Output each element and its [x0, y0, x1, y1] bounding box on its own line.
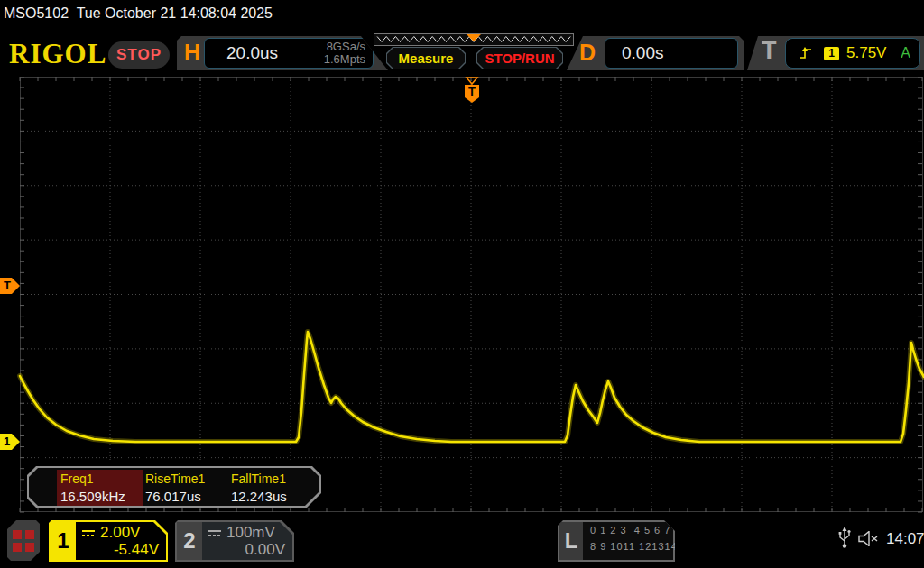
- memory-position-bar[interactable]: [374, 33, 574, 46]
- measure-button-label: Measure: [399, 50, 454, 66]
- horizontal-label: H: [184, 40, 200, 66]
- trigger-source-badge: 1: [824, 47, 839, 60]
- dc-coupling-icon: [81, 528, 96, 538]
- logic-channels-row2: 8 9 1011 12131415: [590, 541, 690, 552]
- dc-coupling-icon: [208, 528, 222, 538]
- usb-icon: [837, 527, 852, 550]
- channel2-block[interactable]: 2 100mV 0.00V: [175, 520, 294, 562]
- channel1-block[interactable]: 1 2.00V -5.44V: [49, 520, 168, 562]
- measurement-value-risetime1: 76.017us: [145, 489, 201, 504]
- sample-rate: 8GSa/s: [324, 41, 365, 53]
- trigger-level-value: 5.75V: [846, 44, 886, 62]
- logic-channels-block[interactable]: L 0 1 2 3 4 5 6 7 8 9 1011 12131415: [558, 520, 675, 562]
- delay-value: 0.00s: [605, 43, 663, 63]
- channel2-scale: 100mV: [226, 524, 275, 542]
- channel1-number-tab: 1: [51, 522, 76, 560]
- stop-run-button[interactable]: STOP/RUN: [476, 47, 563, 69]
- delay-block[interactable]: D 0.00s: [567, 36, 744, 70]
- channel1-offset: -5.44V: [114, 541, 159, 559]
- delay-label: D: [579, 40, 596, 66]
- channel2-offset: 0.00V: [245, 541, 285, 559]
- rigol-logo: RIGOL: [9, 38, 106, 70]
- measurement-label-freq1[interactable]: Freq1: [60, 472, 94, 486]
- speaker-muted-icon: [857, 531, 881, 546]
- measurement-panel[interactable]: Freq1 RiseTime1 FallTime1 16.509kHz 76.0…: [27, 466, 321, 508]
- measurement-label-falltime1[interactable]: FallTime1: [231, 472, 286, 486]
- memory-depth: 1.6Mpts: [324, 53, 365, 66]
- trigger-readout[interactable]: 1 5.75V A: [785, 38, 920, 69]
- stop-run-button-label: STOP/RUN: [485, 50, 554, 66]
- channel2-number-tab: 2: [177, 522, 202, 560]
- channel1-scale: 2.00V: [100, 524, 140, 542]
- logic-label-tab: L: [559, 522, 583, 560]
- logic-channels-row1: 0 1 2 3 4 5 6 7: [590, 525, 670, 536]
- run-state-indicator: STOP: [108, 41, 170, 69]
- measurement-value-falltime1: 12.243us: [231, 489, 287, 504]
- timebase-value: 20.0us: [205, 43, 278, 63]
- grid-menu-icon: [13, 530, 34, 552]
- trigger-block[interactable]: T 1 5.75V A: [747, 36, 924, 70]
- waveform-display[interactable]: [0, 77, 924, 514]
- clock: 14:07: [886, 530, 924, 548]
- measure-button[interactable]: Measure: [386, 47, 466, 69]
- delay-readout[interactable]: 0.00s: [605, 38, 738, 69]
- measurement-label-risetime1[interactable]: RiseTime1: [145, 472, 205, 486]
- horizontal-timebase-block[interactable]: H 20.0us 8GSa/s 1.6Mpts: [177, 36, 388, 70]
- timebase-readout[interactable]: 20.0us 8GSa/s 1.6Mpts: [204, 38, 374, 69]
- trigger-label: T: [762, 37, 777, 65]
- trigger-slope-icon: [799, 46, 813, 60]
- trigger-position-marker[interactable]: T: [462, 77, 482, 104]
- trigger-mode-auto: A: [901, 45, 910, 61]
- measurement-value-freq1: 16.509kHz: [60, 489, 125, 504]
- quick-menu-button[interactable]: [7, 520, 40, 561]
- trigger-position-label: T: [468, 85, 476, 98]
- window-title: MSO5102 Tue October 21 14:08:04 2025: [4, 5, 273, 22]
